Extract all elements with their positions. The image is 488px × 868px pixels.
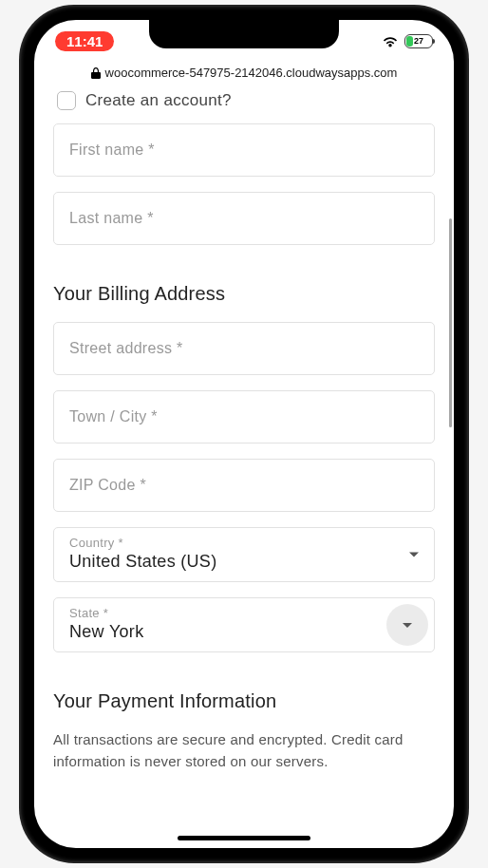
battery-icon: 27 <box>404 34 433 48</box>
status-icons: 27 <box>382 34 433 48</box>
zip-field[interactable]: ZIP Code * <box>53 459 435 512</box>
chevron-down-icon <box>409 553 419 557</box>
wifi-icon <box>382 35 399 47</box>
url-bar[interactable]: woocommerce-547975-2142046.cloudwaysapps… <box>34 62 454 85</box>
payment-title: Your Payment Information <box>53 690 435 712</box>
city-field[interactable]: Town / City * <box>53 390 435 443</box>
country-value: United States (US) <box>69 552 216 571</box>
create-account-checkbox[interactable] <box>57 91 76 110</box>
chevron-down-icon <box>386 604 428 646</box>
street-placeholder: Street address * <box>69 340 183 357</box>
last-name-placeholder: Last name * <box>69 210 154 227</box>
lock-icon <box>91 67 101 79</box>
battery-fill <box>406 36 413 47</box>
scroll-indicator[interactable] <box>449 218 452 427</box>
state-select[interactable]: State * New York <box>53 597 435 652</box>
street-address-field[interactable]: Street address * <box>53 322 435 375</box>
time-indicator: 11:41 <box>55 31 114 51</box>
zip-placeholder: ZIP Code * <box>69 477 146 494</box>
create-account-row[interactable]: Create an account? <box>53 85 435 123</box>
payment-description: All transactions are secure and encrypte… <box>53 729 435 772</box>
state-value: New York <box>69 622 143 641</box>
page-content[interactable]: Create an account? First name * Last nam… <box>34 85 454 848</box>
battery-percent: 27 <box>414 36 423 46</box>
first-name-field[interactable]: First name * <box>53 123 435 177</box>
city-placeholder: Town / City * <box>69 408 158 425</box>
phone-screen: 11:41 27 woocommerce-547975-2142046.clou… <box>34 20 454 848</box>
home-indicator[interactable] <box>178 836 310 840</box>
phone-frame: 11:41 27 woocommerce-547975-2142046.clou… <box>21 7 467 861</box>
country-label: Country * <box>69 536 419 550</box>
last-name-field[interactable]: Last name * <box>53 192 435 245</box>
first-name-placeholder: First name * <box>69 142 155 159</box>
notch <box>149 20 339 48</box>
country-select[interactable]: Country * United States (US) <box>53 527 435 582</box>
billing-title: Your Billing Address <box>53 283 435 305</box>
url-text: woocommerce-547975-2142046.cloudwaysapps… <box>105 66 398 80</box>
state-label: State * <box>69 606 419 620</box>
create-account-label: Create an account? <box>85 91 232 110</box>
